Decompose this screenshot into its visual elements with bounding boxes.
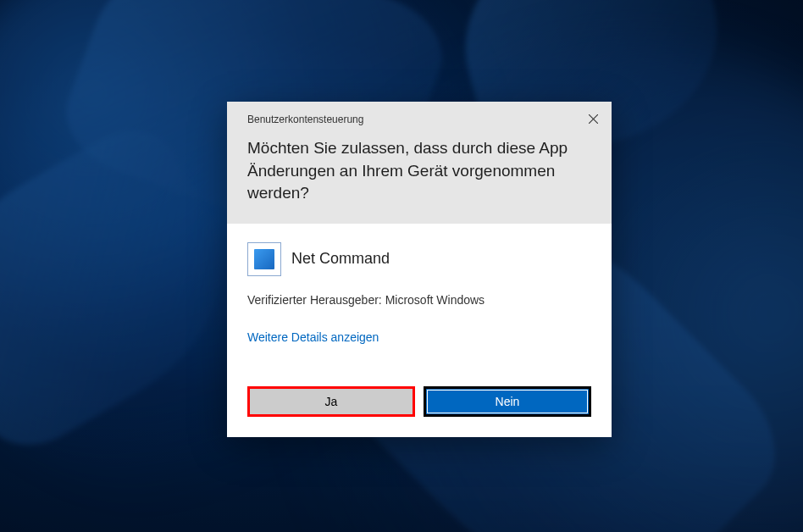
dialog-question: Möchten Sie zulassen, dass durch diese A… <box>247 137 591 205</box>
show-details-link[interactable]: Weitere Details anzeigen <box>247 330 591 344</box>
close-button[interactable] <box>584 110 601 127</box>
yes-button[interactable]: Ja <box>247 386 415 417</box>
dialog-footer: Ja Nein <box>227 369 612 437</box>
dialog-header: Benutzerkontensteuerung Möchten Sie zula… <box>227 102 612 224</box>
app-name: Net Command <box>291 250 390 268</box>
dialog-body: Net Command Verifizierter Herausgeber: M… <box>227 224 612 369</box>
no-button[interactable]: Nein <box>424 386 591 417</box>
dialog-title: Benutzerkontensteuerung <box>247 114 591 125</box>
app-info-row: Net Command <box>247 242 591 276</box>
uac-dialog: Benutzerkontensteuerung Möchten Sie zula… <box>227 102 612 437</box>
close-icon <box>589 114 598 124</box>
publisher-info: Verifizierter Herausgeber: Microsoft Win… <box>247 293 591 307</box>
app-icon <box>247 242 281 276</box>
